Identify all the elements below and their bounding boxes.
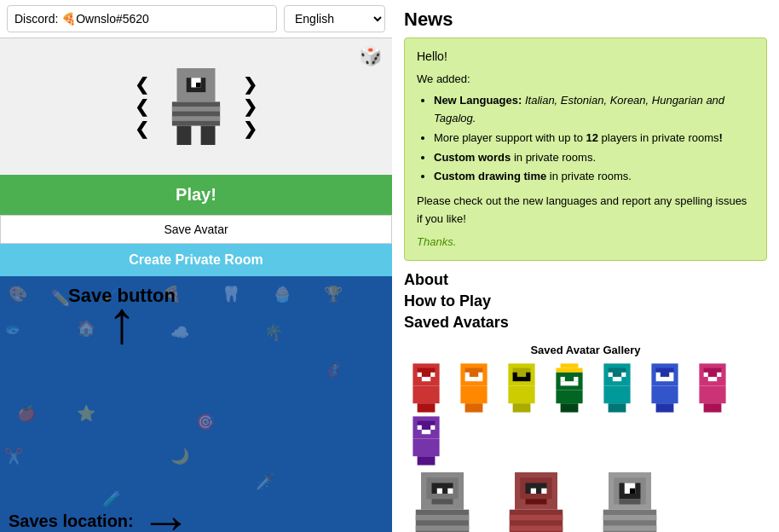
svg-rect-15	[430, 372, 435, 376]
news-title: News	[404, 9, 767, 31]
svg-rect-19	[460, 385, 487, 403]
svg-rect-60	[699, 385, 725, 403]
svg-rect-44	[603, 385, 630, 403]
avatar-area: ❮ ❮ ❮ ❯ ❯ ❯ 🎲	[0, 38, 392, 175]
dice-button[interactable]: 🎲	[359, 45, 382, 67]
arrow-right-bot[interactable]: ❯	[243, 120, 257, 137]
svg-rect-29	[522, 403, 530, 412]
right-arrow-icon: →	[141, 496, 192, 532]
top-bar: English Italian Estonian Korean Hungaria…	[0, 0, 392, 38]
saves-location-label: Saves location:	[9, 512, 134, 531]
svg-rect-20	[465, 403, 474, 412]
svg-rect-69	[418, 456, 426, 465]
gallery-avatar-2	[452, 363, 496, 413]
news-box: Hello! We added: New Languages: Italian,…	[404, 38, 767, 261]
svg-rect-12	[418, 403, 426, 412]
left-arrow-group: ❮ ❮ ❮	[135, 76, 149, 137]
svg-rect-57	[656, 377, 674, 381]
gallery-avatar-8	[404, 416, 448, 466]
svg-rect-23	[478, 372, 482, 376]
svg-rect-31	[526, 372, 530, 376]
svg-rect-5	[172, 107, 220, 112]
svg-rect-106	[603, 525, 657, 530]
arrow-left-top[interactable]: ❮	[135, 76, 149, 93]
arrow-left-bot[interactable]: ❮	[135, 120, 149, 137]
avatar-display	[158, 68, 234, 145]
svg-rect-52	[651, 385, 678, 403]
svg-rect-73	[422, 430, 430, 434]
svg-rect-24	[465, 377, 483, 381]
gallery-avatar-large-1	[404, 472, 481, 532]
svg-rect-56	[669, 372, 673, 376]
right-panel: News Hello! We added: New Languages: Ita…	[392, 0, 779, 532]
arrow-right-mid[interactable]: ❯	[243, 98, 257, 115]
gallery-avatar-5	[595, 363, 639, 413]
svg-rect-91	[541, 488, 546, 493]
svg-rect-48	[621, 372, 626, 376]
svg-rect-8	[201, 126, 216, 146]
svg-rect-37	[574, 377, 578, 381]
svg-rect-105	[603, 515, 657, 520]
svg-rect-65	[708, 377, 717, 381]
svg-rect-41	[569, 403, 578, 412]
svg-rect-11	[413, 385, 439, 403]
gallery-avatar-large-2	[498, 472, 574, 532]
svg-rect-16	[422, 377, 430, 381]
svg-rect-64	[717, 372, 721, 376]
gallery-avatar-7	[690, 363, 735, 413]
play-button[interactable]: Play!	[0, 175, 392, 215]
svg-rect-47	[609, 372, 613, 376]
left-panel: English Italian Estonian Korean Hungaria…	[0, 0, 392, 532]
svg-rect-13	[426, 403, 435, 412]
gallery-title: Saved Avatar Gallery	[404, 344, 767, 356]
save-annotation: Save button ↑	[68, 285, 176, 346]
svg-rect-6	[172, 116, 220, 121]
svg-rect-14	[418, 372, 422, 376]
news-item-1: New Languages: Italian, Estonian, Korean…	[434, 92, 754, 128]
svg-rect-27	[508, 385, 534, 403]
svg-rect-82	[416, 515, 470, 520]
arrow-left-mid[interactable]: ❮	[135, 98, 149, 115]
news-item-4: Custom drawing time in private rooms.	[434, 168, 754, 186]
svg-rect-45	[609, 403, 617, 412]
svg-rect-40	[561, 403, 569, 412]
svg-rect-55	[656, 372, 661, 376]
svg-rect-49	[613, 377, 621, 381]
news-we-added: We added:	[417, 71, 754, 89]
news-list: New Languages: Italian, Estonian, Korean…	[434, 92, 754, 186]
news-item-2: More player support with up to 12 player…	[434, 130, 754, 147]
svg-rect-90	[531, 488, 536, 493]
svg-rect-79	[447, 488, 453, 493]
svg-rect-61	[704, 403, 713, 412]
right-arrow-group: ❯ ❯ ❯	[243, 76, 257, 137]
svg-rect-3	[196, 83, 201, 88]
svg-rect-70	[426, 456, 435, 465]
svg-rect-33	[561, 363, 579, 367]
about-link[interactable]: About	[404, 271, 767, 289]
svg-rect-103	[620, 499, 641, 504]
svg-rect-46	[617, 403, 626, 412]
language-select[interactable]: English Italian Estonian Korean Hungaria…	[284, 5, 385, 32]
gallery-avatar-6	[643, 363, 687, 413]
create-room-button[interactable]: Create Private Room	[0, 244, 392, 276]
save-avatar-button[interactable]: Save Avatar	[0, 215, 392, 244]
how-to-play-link[interactable]: How to Play	[404, 292, 767, 310]
news-item-3: Custom words in private rooms.	[434, 149, 754, 167]
svg-rect-32	[513, 377, 531, 381]
svg-rect-22	[465, 372, 470, 376]
discord-input[interactable]	[7, 5, 277, 32]
gallery-top-row	[404, 363, 767, 466]
svg-rect-28	[513, 403, 522, 412]
svg-rect-34	[556, 367, 582, 372]
news-please-check: Please check out the new languages and r…	[417, 193, 754, 228]
arrow-right-top[interactable]: ❯	[243, 76, 257, 93]
svg-rect-53	[656, 403, 665, 412]
links-section: About How to Play Saved Avatars	[404, 271, 767, 332]
saved-avatars-link[interactable]: Saved Avatars	[404, 314, 767, 332]
svg-rect-63	[704, 372, 708, 376]
svg-rect-72	[430, 425, 435, 429]
gallery-section: Saved Avatar Gallery	[404, 344, 767, 532]
svg-rect-54	[665, 403, 673, 412]
svg-rect-71	[418, 425, 422, 429]
svg-rect-78	[437, 488, 442, 493]
